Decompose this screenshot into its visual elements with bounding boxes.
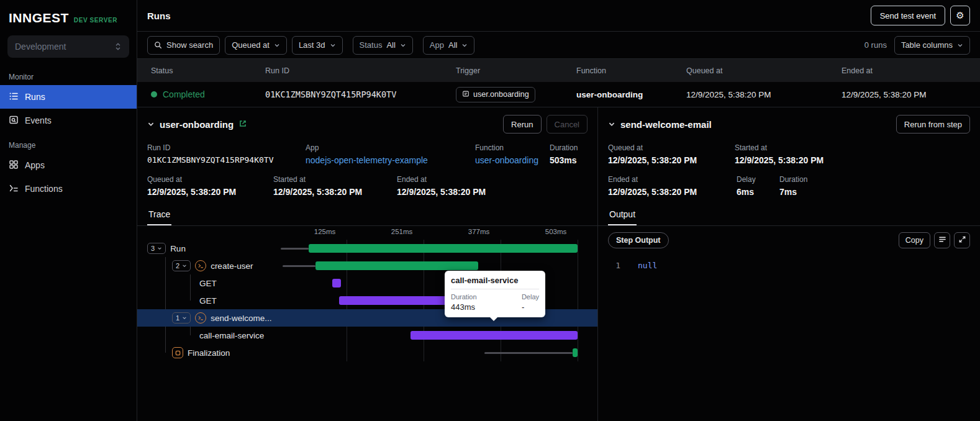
collapse-chevron-icon[interactable] [608, 120, 615, 128]
axis-tick: 125ms [303, 228, 347, 235]
tooltip-title: call-email-service [451, 276, 539, 289]
table-row[interactable]: Completed 01KC1ZMSBNY9ZQT415RP94K0TV use… [137, 82, 980, 107]
function-link[interactable]: user-onboarding [475, 155, 550, 165]
runs-table-header: Status Run ID Trigger Function Queued at… [137, 59, 980, 82]
collapse-chevron-icon[interactable] [147, 120, 155, 128]
col-header-status: Status [137, 66, 252, 75]
trace-row-finalization[interactable]: Finalization [137, 344, 597, 361]
col-header-function: Function [563, 66, 673, 75]
trace-waterfall: 125ms 251ms 377ms 503ms 3 [137, 226, 597, 421]
trigger-badge[interactable]: user.onboarding [456, 87, 535, 102]
finalization-span-bar[interactable] [573, 348, 578, 357]
rerun-button[interactable]: Rerun [503, 115, 541, 134]
queued-at-label: Queued at [232, 40, 270, 50]
wrap-lines-button[interactable] [934, 232, 950, 248]
status-dot [151, 91, 157, 97]
run-title: user-onboarding [160, 119, 234, 130]
rerun-from-step-button[interactable]: Rerun from step [896, 115, 970, 134]
step-output-badge: Step Output [608, 232, 669, 248]
http-span-bar[interactable] [411, 331, 578, 340]
step-ended-value: 12/9/2025, 5:38:20 PM [608, 187, 737, 197]
cancel-button[interactable]: Cancel [547, 115, 588, 134]
trace-row-label: call-email-service [199, 331, 264, 340]
environment-select[interactable]: Development [7, 35, 129, 58]
collapse-badge[interactable]: 2 [172, 260, 191, 271]
runs-count: 0 runs [864, 40, 887, 50]
finalization-icon [172, 347, 183, 358]
apps-icon [9, 160, 19, 171]
show-search-button[interactable]: Show search [147, 36, 220, 55]
dev-server-badge: DEV SERVER [74, 17, 117, 24]
table-columns-button[interactable]: Table columns [894, 36, 970, 55]
step-ended-label: Ended at [608, 175, 737, 184]
step-duration-label: Duration [779, 175, 807, 184]
tab-trace[interactable]: Trace [147, 204, 171, 225]
run-actions: Rerun Cancel [503, 115, 588, 134]
ended-at-value: 12/9/2025, 5:38:20 PM [397, 187, 486, 197]
page-title: Runs [147, 11, 171, 21]
run-meta-row-2: Queued at 12/9/2025, 5:38:20 PM Started … [137, 173, 597, 204]
sidebar-item-label: Apps [25, 160, 45, 170]
tab-output[interactable]: Output [608, 204, 637, 225]
wrap-lines-icon [938, 235, 946, 245]
trigger-cell: user.onboarding [442, 87, 563, 102]
queued-at-label: Queued at [147, 175, 273, 184]
chevron-down-icon [957, 42, 963, 48]
trace-row-call-email-service[interactable]: call-email-service [137, 327, 597, 344]
axis-tick: 251ms [380, 228, 424, 235]
sidebar-item-functions[interactable]: Functions [0, 177, 137, 201]
collapse-badge[interactable]: 1 [172, 312, 191, 324]
sidebar-item-label: Events [25, 115, 52, 125]
app-filter-label: App [430, 40, 444, 50]
queue-line [281, 248, 309, 250]
col-header-ended-at: Ended at [828, 66, 980, 75]
chevron-down-icon [274, 42, 280, 48]
trace-row-run[interactable]: 3 Run [137, 240, 597, 257]
queued-at-cell: 12/9/2025, 5:38:20 PM [673, 90, 828, 99]
http-span-bar[interactable] [332, 279, 341, 287]
send-test-event-button[interactable]: Send test event [871, 6, 945, 25]
app-filter[interactable]: App All [423, 36, 475, 55]
collapse-badge[interactable]: 3 [147, 243, 166, 254]
step-delay-value: 6ms [737, 187, 779, 197]
trace-row-label: GET [199, 279, 217, 288]
time-range-filter[interactable]: Last 3d [292, 36, 343, 55]
filter-right: 0 runs Table columns [864, 36, 970, 55]
app: INNGEST DEV SERVER Development Monitor R… [0, 0, 980, 421]
queued-at-filter[interactable]: Queued at [225, 36, 287, 55]
chevron-up-down-icon [114, 42, 122, 51]
sidebar-item-events[interactable]: Events [0, 109, 137, 132]
step-delay-label: Delay [737, 175, 779, 184]
chevron-down-icon [330, 42, 336, 48]
trace-row-label: Run [170, 244, 186, 253]
app-filter-value: All [448, 40, 457, 50]
nav-group-manage: Manage Apps Functions [0, 136, 137, 201]
step-meta-row-1: Queued at 12/9/2025, 5:38:20 PM Started … [598, 141, 980, 173]
run-span-bar[interactable] [309, 244, 578, 253]
axis-tick: 377ms [457, 228, 501, 235]
event-icon [462, 90, 470, 99]
status-filter-label: Status [360, 40, 383, 50]
step-span-bar[interactable] [315, 261, 478, 270]
settings-button[interactable]: ⚙ [950, 6, 970, 25]
tooltip-duration-value: 443ms [451, 302, 522, 312]
status-label: Completed [163, 89, 205, 99]
step-detail-header: send-welcome-email Rerun from step [598, 107, 980, 141]
expand-output-button[interactable] [954, 232, 970, 248]
sidebar-item-apps[interactable]: Apps [0, 153, 137, 177]
run-id-cell: 01KC1ZMSBNY9ZQT415RP94K0TV [252, 89, 442, 99]
run-detail-area: user-onboarding Rerun Cancel Run ID 01KC… [137, 107, 980, 421]
app-label: App [306, 143, 475, 152]
output-code: 1 null [598, 255, 980, 276]
expand-icon [958, 235, 966, 245]
sidebar-item-runs[interactable]: Runs [0, 85, 137, 109]
copy-button[interactable]: Copy [899, 232, 930, 248]
app-link[interactable]: nodejs-open-telemetry-example [306, 155, 475, 165]
child-count: 1 [176, 314, 179, 322]
status-filter[interactable]: Status All [353, 36, 413, 55]
status-filter-value: All [386, 40, 395, 50]
external-link-icon[interactable] [238, 119, 247, 130]
sidebar-item-label: Functions [25, 184, 63, 194]
line-number: 1 [608, 261, 620, 270]
run-detail-header: user-onboarding Rerun Cancel [137, 107, 597, 141]
